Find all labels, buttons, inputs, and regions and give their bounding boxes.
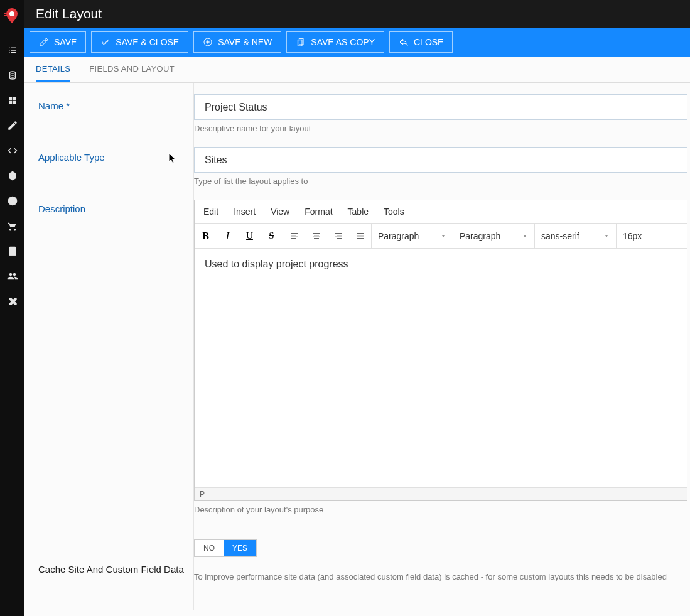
underline-button[interactable]: U bbox=[239, 224, 261, 248]
menu-view[interactable]: View bbox=[271, 207, 289, 217]
cache-yes[interactable]: YES bbox=[224, 540, 256, 556]
strike-button[interactable]: S bbox=[261, 224, 283, 248]
sidebar-item-document[interactable] bbox=[3, 242, 22, 261]
menu-format[interactable]: Format bbox=[305, 207, 332, 217]
save-close-button[interactable]: SAVE & CLOSE bbox=[91, 31, 188, 53]
sidebar-item-support[interactable] bbox=[3, 192, 22, 210]
chevron-down-icon bbox=[603, 233, 610, 239]
fields-column: Descriptive name for your layout Type of… bbox=[194, 83, 690, 610]
sidebar-item-settings[interactable] bbox=[3, 166, 22, 185]
type-label: Applicable Type bbox=[38, 146, 187, 163]
reply-icon bbox=[399, 37, 409, 47]
pencil-icon bbox=[39, 37, 49, 47]
type-input[interactable] bbox=[194, 147, 687, 173]
align-justify-button[interactable] bbox=[349, 224, 371, 248]
align-left-button[interactable] bbox=[283, 224, 305, 248]
svg-point-12 bbox=[9, 11, 14, 16]
font-size-select[interactable]: 16px bbox=[617, 224, 654, 248]
description-label: Description bbox=[38, 197, 187, 214]
cache-label: Cache Site And Custom Field Data bbox=[38, 558, 187, 575]
main-sidebar bbox=[0, 0, 24, 616]
sidebar-item-users[interactable] bbox=[3, 267, 22, 286]
sidebar-item-cart[interactable] bbox=[3, 217, 22, 235]
sidebar-item-code[interactable] bbox=[3, 141, 22, 160]
sidebar-item-grid[interactable] bbox=[3, 91, 22, 110]
save-button[interactable]: SAVE bbox=[30, 31, 86, 53]
copy-icon bbox=[296, 37, 306, 47]
svg-rect-19 bbox=[298, 40, 303, 46]
svg-rect-14 bbox=[4, 15, 7, 16]
block-format-select-2[interactable]: Paragraph bbox=[453, 224, 535, 248]
description-hint: Description of your layout's purpose bbox=[194, 505, 690, 514]
editor-toolbar: B I U S Paragraph bbox=[195, 224, 687, 249]
chevron-down-icon bbox=[522, 233, 528, 239]
plus-circle-icon bbox=[203, 37, 213, 47]
editor-menubar: Edit Insert View Format Table Tools bbox=[195, 200, 687, 224]
description-editor: Edit Insert View Format Table Tools B I … bbox=[194, 200, 687, 501]
chevron-down-icon bbox=[440, 233, 446, 239]
cache-hint: To improve performance site data (and as… bbox=[194, 572, 690, 581]
close-button[interactable]: CLOSE bbox=[389, 31, 453, 53]
svg-rect-18 bbox=[299, 39, 304, 45]
check-icon bbox=[100, 37, 111, 47]
content-area: DETAILS FIELDS AND LAYOUT Name * Applica… bbox=[24, 57, 690, 616]
svg-rect-13 bbox=[4, 13, 7, 14]
name-label: Name * bbox=[38, 94, 187, 111]
align-right-button[interactable] bbox=[327, 224, 349, 248]
cache-no[interactable]: NO bbox=[195, 540, 224, 556]
action-toolbar: SAVE SAVE & CLOSE SAVE & NEW SAVE AS COP… bbox=[24, 28, 690, 57]
sidebar-item-edit[interactable] bbox=[3, 116, 22, 135]
menu-table[interactable]: Table bbox=[348, 207, 369, 217]
sidebar-item-database[interactable] bbox=[3, 66, 22, 85]
labels-column: Name * Applicable Type Description Cache… bbox=[24, 83, 194, 610]
editor-body[interactable]: Used to display project progress bbox=[195, 249, 687, 487]
app-logo bbox=[0, 4, 24, 28]
page-header: Edit Layout bbox=[24, 0, 690, 28]
tab-details[interactable]: DETAILS bbox=[36, 57, 70, 82]
italic-button[interactable]: I bbox=[217, 224, 239, 248]
align-center-button[interactable] bbox=[305, 224, 327, 248]
svg-point-1 bbox=[11, 175, 14, 178]
bold-button[interactable]: B bbox=[195, 224, 217, 248]
form: Name * Applicable Type Description Cache… bbox=[24, 83, 690, 610]
cache-toggle: NO YES bbox=[194, 539, 257, 557]
tabs: DETAILS FIELDS AND LAYOUT bbox=[24, 57, 690, 83]
type-hint: Type of list the layout applies to bbox=[194, 176, 690, 186]
menu-tools[interactable]: Tools bbox=[384, 207, 404, 217]
block-format-select-1[interactable]: Paragraph bbox=[372, 224, 453, 248]
save-new-button[interactable]: SAVE & NEW bbox=[193, 31, 281, 53]
editor-status-path: P bbox=[195, 487, 687, 500]
font-family-select[interactable]: sans-serif bbox=[535, 224, 617, 248]
menu-edit[interactable]: Edit bbox=[203, 207, 218, 217]
save-copy-button[interactable]: SAVE AS COPY bbox=[286, 31, 384, 53]
name-hint: Descriptive name for your layout bbox=[194, 124, 690, 133]
sidebar-item-joomla[interactable] bbox=[3, 292, 22, 311]
tab-fields-layout[interactable]: FIELDS AND LAYOUT bbox=[89, 57, 175, 82]
svg-point-3 bbox=[11, 199, 14, 203]
page-title: Edit Layout bbox=[36, 6, 102, 21]
menu-insert[interactable]: Insert bbox=[234, 207, 256, 217]
sidebar-item-list[interactable] bbox=[3, 41, 22, 60]
name-input[interactable] bbox=[194, 94, 687, 120]
